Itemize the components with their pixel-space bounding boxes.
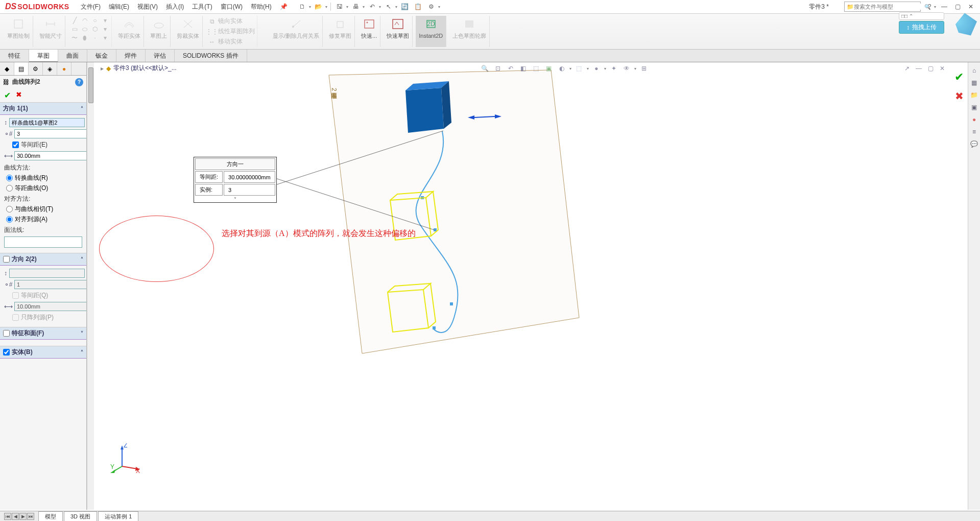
qat-open-icon[interactable]: 📂 — [313, 2, 324, 12]
section-icon[interactable]: ◧ — [518, 63, 529, 74]
tab-sketch[interactable]: 草图 — [29, 50, 58, 62]
pattern-icon[interactable]: ⋮⋮ — [208, 28, 216, 35]
chevron-down-icon[interactable]: ˅ — [81, 330, 83, 336]
arc-icon[interactable]: ◠ — [81, 17, 89, 24]
taskpane-forum-icon[interactable]: 💬 — [969, 139, 979, 149]
menu-view[interactable]: 视图(V) — [133, 1, 162, 13]
tab-features[interactable]: 特征 — [0, 50, 29, 62]
mirror-icon[interactable]: ⧉ — [208, 18, 216, 25]
tab-evaluate[interactable]: 评估 — [146, 50, 175, 62]
callout-spacing-value[interactable]: 30.00000000mm — [224, 171, 275, 183]
rect-icon[interactable]: ▭ — [70, 26, 79, 33]
minimize-button[interactable]: — — [938, 2, 950, 12]
orient-icon[interactable]: ⬚ — [531, 63, 541, 74]
restore-button[interactable]: ▢ — [951, 2, 964, 12]
scene-icon[interactable]: ◐ — [557, 63, 567, 74]
dir1-header[interactable]: 方向 1(1) — [3, 104, 28, 113]
pm-tab-feature-icon[interactable]: ◆ — [0, 62, 14, 75]
seed-body[interactable] — [405, 81, 451, 133]
pm-help-icon[interactable]: ? — [75, 78, 83, 86]
prev-view-icon[interactable]: ↶ — [506, 63, 516, 74]
tangent-radio[interactable] — [6, 206, 13, 212]
taskpane-home-icon[interactable]: ⌂ — [969, 65, 979, 76]
zoomarea-icon[interactable]: ⊡ — [493, 63, 503, 74]
reverse-icon[interactable]: ↕ — [4, 119, 7, 127]
menu-pin-icon[interactable]: 📌 — [276, 1, 292, 12]
zoomfit-icon[interactable]: 🔍 — [480, 63, 490, 74]
callout-count-value[interactable]: 3 — [224, 184, 275, 196]
tab-nav[interactable]: ⏮◀▶⏭ — [4, 513, 34, 520]
tab-weldment[interactable]: 焊件 — [116, 50, 146, 62]
spacing-input[interactable] — [14, 151, 87, 160]
dir2-enable-check[interactable] — [3, 256, 10, 263]
callout-table[interactable]: 方向一 等间距:30.00000000mm 实例:3 ˅ — [194, 157, 277, 203]
appearance-icon[interactable]: ● — [591, 63, 602, 74]
bottom-tab-3dview[interactable]: 3D 视图 — [64, 511, 97, 522]
confirm-cancel-icon[interactable]: ✖ — [955, 90, 964, 102]
align-seed-radio[interactable] — [6, 216, 13, 223]
offset-radio[interactable] — [6, 185, 13, 192]
render-icon[interactable]: ✦ — [609, 63, 619, 74]
count2-input[interactable] — [14, 280, 87, 289]
pm-tab-config-icon[interactable]: ⚙ — [29, 62, 43, 75]
qat-settings-icon[interactable]: ⚙ — [426, 2, 437, 12]
pm-accept-icon[interactable]: ✔ — [4, 90, 11, 100]
chevron-up-icon[interactable]: ˄ — [81, 349, 83, 355]
menu-window[interactable]: 窗口(W) — [217, 1, 247, 13]
qat-select-icon[interactable]: ↖ — [383, 2, 394, 12]
display-icon[interactable]: ▣ — [544, 63, 554, 74]
upload-widget[interactable]: □□ ⌃ ↕拖拽上传 — [899, 12, 944, 34]
qat-print-icon[interactable]: 🖶 — [350, 2, 362, 12]
taskpane-library-icon[interactable]: ▦ — [969, 78, 979, 88]
view-triad[interactable]: Z X Y — [109, 443, 140, 474]
chevron-up-icon[interactable]: ˄ — [81, 256, 83, 262]
tab-addins[interactable]: SOLIDWORKS 插件 — [175, 50, 247, 62]
pm-tab-property-icon[interactable]: ▤ — [14, 62, 29, 75]
pm-tab-dim-icon[interactable]: ◈ — [43, 62, 57, 75]
curve-handle[interactable] — [450, 302, 453, 305]
spline-icon[interactable]: 〜 — [70, 34, 79, 41]
menu-file[interactable]: 文件(F) — [77, 1, 105, 13]
point-icon[interactable]: · — [91, 34, 99, 41]
model-canvas[interactable]: 基准面2 — [94, 62, 950, 510]
hide-icon[interactable]: 👁 — [622, 63, 632, 74]
normal-input[interactable] — [4, 236, 82, 248]
reverse2-icon[interactable]: ↕ — [4, 269, 7, 277]
qat-save-icon[interactable]: 🖫 — [334, 2, 345, 12]
featfaces-check[interactable] — [3, 330, 10, 337]
spacing2-input[interactable] — [14, 302, 87, 311]
ellipse-icon[interactable]: ⬮ — [81, 34, 89, 41]
move-icon[interactable]: ↔ — [208, 38, 216, 45]
upload-options[interactable]: □□ ⌃ — [899, 12, 944, 20]
bottom-tab-motion[interactable]: 运动算例 1 — [98, 511, 138, 522]
pm-cancel-icon[interactable]: ✖ — [16, 90, 22, 100]
taskpane-viewpalette-icon[interactable]: ▣ — [969, 102, 979, 112]
quick-icon[interactable] — [362, 17, 377, 31]
qat-undo-icon[interactable]: ↶ — [367, 2, 378, 12]
curve-handle[interactable] — [433, 326, 436, 329]
quicksketch-icon[interactable] — [390, 17, 405, 31]
taskpane-appearance-icon[interactable]: ● — [969, 114, 979, 125]
tab-surface[interactable]: 曲面 — [58, 50, 87, 62]
panel-scrollbar[interactable] — [87, 62, 94, 510]
count-input[interactable] — [14, 129, 87, 138]
viewset-icon[interactable]: ⬚ — [574, 63, 584, 74]
close-button[interactable]: ✕ — [965, 2, 977, 12]
bodies-check[interactable] — [3, 349, 10, 356]
line-icon[interactable]: ╱ — [70, 17, 79, 24]
search-input[interactable] — [854, 4, 924, 10]
taskpane-explorer-icon[interactable]: 📁 — [969, 90, 979, 100]
menu-tools[interactable]: 工具(T) — [188, 1, 216, 13]
search-box[interactable]: 📁 🔍 — [844, 2, 921, 12]
qat-new-icon[interactable]: 🗋 — [297, 2, 308, 12]
window-icon[interactable]: ⊞ — [639, 63, 649, 74]
instant2d-icon[interactable]: 2D — [423, 17, 439, 31]
pm-tab-display-icon[interactable]: ● — [57, 62, 71, 75]
tab-sheetmetal[interactable]: 钣金 — [87, 50, 116, 62]
menu-help[interactable]: 帮助(H) — [247, 1, 276, 13]
qat-options-icon[interactable]: 📋 — [413, 2, 424, 12]
slot-icon[interactable]: ⬭ — [81, 26, 89, 33]
menu-edit[interactable]: 编辑(E) — [105, 1, 133, 13]
poly-icon[interactable]: ⬡ — [91, 26, 99, 33]
qat-rebuild-icon[interactable]: 🔄 — [399, 2, 411, 12]
